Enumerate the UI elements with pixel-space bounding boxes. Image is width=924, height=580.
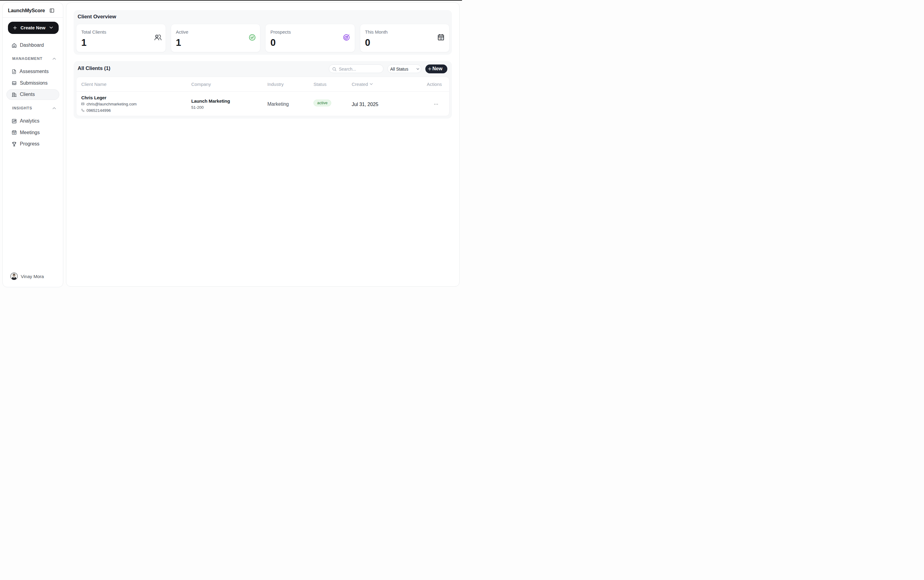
svg-text:12: 12 <box>440 37 443 40</box>
svg-text:12: 12 <box>13 132 16 134</box>
